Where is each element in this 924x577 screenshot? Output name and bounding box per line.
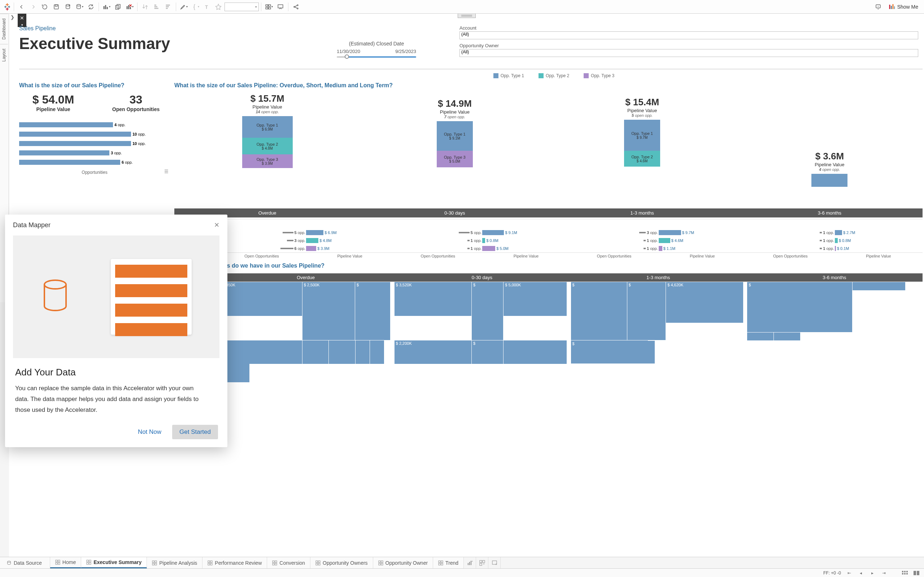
- undo-button[interactable]: [16, 2, 27, 12]
- date-slider[interactable]: [337, 56, 416, 58]
- term-column[interactable]: $ 15.4M Pipeline Value 5 open opp. Opp. …: [549, 93, 735, 208]
- svg-text:+: +: [495, 562, 497, 566]
- new-dashboard-button[interactable]: +: [476, 557, 488, 568]
- cards-button[interactable]: ▾: [263, 2, 274, 12]
- treemap-col-header: 0-30 days: [394, 273, 570, 282]
- close-corner-button[interactable]: ✕▾: [18, 14, 26, 23]
- sheet-tab[interactable]: Home: [50, 557, 81, 568]
- svg-rect-55: [87, 560, 89, 562]
- presentation-button[interactable]: [275, 2, 286, 12]
- clear-button[interactable]: ▾: [124, 2, 135, 12]
- sheet-tab[interactable]: Opportunity Owner: [373, 557, 433, 568]
- data-guide-button[interactable]: [873, 2, 884, 12]
- sheet-tab[interactable]: Performance Review: [202, 557, 267, 568]
- filmstrip-icon[interactable]: [901, 570, 908, 576]
- legend-item[interactable]: Opp. Type 1: [493, 73, 524, 78]
- legend-item[interactable]: Opp. Type 2: [538, 73, 569, 78]
- share-button[interactable]: [291, 2, 301, 12]
- dialog-close-button[interactable]: ✕: [214, 221, 220, 229]
- breakdown-row[interactable]: Opp. Type 1 5 opp. $ 6.9M 5 opp. $ 9.1M …: [174, 229, 922, 237]
- treemap-cell[interactable]: [747, 340, 922, 383]
- svg-rect-82: [441, 563, 443, 565]
- swap-button[interactable]: [140, 2, 150, 12]
- term-column[interactable]: $ 15.7M Pipeline Value 14 open opp. Opp.…: [174, 93, 360, 208]
- resize-handle[interactable]: [458, 14, 476, 18]
- svg-rect-31: [266, 5, 268, 6]
- last-page-icon[interactable]: ⇥: [881, 570, 887, 576]
- treemap-cell[interactable]: $ 3,520K$$ 5,000K$ 2,200K$: [394, 282, 570, 340]
- tableau-logo-icon[interactable]: [3, 3, 11, 11]
- term-column[interactable]: $ 3.6M Pipeline Value 4 open opp.: [737, 93, 922, 208]
- next-page-icon[interactable]: ▸: [869, 570, 876, 576]
- new-story-button[interactable]: +: [488, 557, 501, 568]
- svg-rect-57: [87, 562, 89, 564]
- breakdown-table[interactable]: Opportunity TypeAZ Opp. Type 1 5 opp. $ …: [174, 219, 922, 258]
- group-button[interactable]: ▾: [190, 2, 201, 12]
- first-page-icon[interactable]: ⇤: [846, 570, 853, 576]
- sheet-tab[interactable]: Conversion: [267, 557, 310, 568]
- treemap-cell[interactable]: [218, 340, 393, 383]
- svg-rect-64: [210, 561, 212, 562]
- opp-axis-label: Opportunities: [19, 170, 170, 175]
- sheet-sorter-icon[interactable]: [913, 570, 920, 576]
- treemap[interactable]: $ 2,850K$ 2,500K$$ 2,550K$ 3,520K$$ 5,00…: [218, 282, 922, 383]
- breakdown-row[interactable]: Opp. Type 3 6 opp. $ 3.9M 1 opp. $ 5.0M …: [174, 245, 922, 253]
- treemap-col-header: 3-6 months: [746, 273, 922, 282]
- new-data-source-button[interactable]: [63, 2, 73, 12]
- get-started-button[interactable]: Get Started: [172, 425, 218, 439]
- prev-page-icon[interactable]: ◂: [858, 570, 864, 576]
- svg-rect-62: [155, 563, 157, 565]
- opp-bar-chart[interactable]: 4 opp. 10 opp. 10 opp. 3 opp. 6 opp. Opp…: [19, 118, 170, 175]
- expand-sidepanel-icon[interactable]: ❯: [10, 15, 16, 19]
- pause-auto-button[interactable]: ▾: [74, 2, 85, 12]
- term-stacked-bars[interactable]: $ 15.7M Pipeline Value 14 open opp. Opp.…: [174, 93, 922, 208]
- highlight-button[interactable]: ▾: [178, 2, 189, 12]
- svg-line-39: [295, 5, 297, 6]
- main-toolbar: ▾ ▾ ▾ ▾ ▾ T ▾ ▾ Show Me: [0, 0, 924, 14]
- treemap-cell[interactable]: $ 2,850K$ 2,500K$$ 2,550K: [218, 282, 393, 340]
- treemap-cell[interactable]: $: [571, 340, 746, 383]
- revert-button[interactable]: [39, 2, 50, 12]
- pin-button[interactable]: [213, 2, 224, 12]
- svg-rect-20: [129, 5, 129, 9]
- show-me-button[interactable]: Show Me: [886, 3, 921, 10]
- layout-tab[interactable]: Layout: [0, 44, 8, 66]
- not-now-button[interactable]: Not Now: [134, 425, 166, 439]
- owner-filter-select[interactable]: (All): [459, 49, 918, 57]
- data-source-tab[interactable]: Data Source: [0, 557, 50, 568]
- dashboard-tab[interactable]: Dashboard: [0, 14, 8, 44]
- term-column[interactable]: $ 14.9M Pipeline Value 7 open opp. Opp. …: [362, 93, 548, 208]
- new-worksheet-button[interactable]: ▾: [101, 2, 112, 12]
- sheet-tab[interactable]: Executive Summary: [81, 557, 147, 568]
- treemap-cell[interactable]: $$$ 4,620K: [571, 282, 746, 340]
- sheet-tab[interactable]: Trend: [433, 557, 464, 568]
- account-filter-select[interactable]: (All): [459, 31, 918, 39]
- treemap-cell[interactable]: $: [747, 282, 922, 340]
- svg-rect-56: [89, 560, 91, 562]
- svg-rect-34: [268, 7, 271, 9]
- new-worksheet-button[interactable]: +: [464, 557, 476, 568]
- svg-rect-84: [469, 562, 470, 565]
- svg-rect-63: [208, 561, 210, 562]
- dialog-illustration: [13, 235, 220, 358]
- duplicate-button[interactable]: [113, 2, 123, 12]
- labels-button[interactable]: T: [201, 2, 212, 12]
- legend-item[interactable]: Opp. Type 3: [584, 73, 614, 78]
- account-filter-label: Account: [459, 25, 918, 31]
- breadcrumb[interactable]: Sales Pipeline: [19, 25, 300, 32]
- date-range-filter[interactable]: (Estimated) Closed Date 11/30/2020 9/25/…: [300, 23, 452, 69]
- treemap-cell[interactable]: [394, 340, 570, 383]
- sheet-tab[interactable]: Pipeline Analysis: [147, 557, 202, 568]
- sort-asc-button[interactable]: [151, 2, 162, 12]
- svg-rect-61: [152, 563, 154, 565]
- save-button[interactable]: [51, 2, 62, 12]
- sheet-tab[interactable]: Opportunity Owners: [310, 557, 373, 568]
- date-start: 11/30/2020: [337, 49, 360, 54]
- sort-desc-button[interactable]: [163, 2, 174, 12]
- refresh-button[interactable]: [86, 2, 96, 12]
- breakdown-row[interactable]: Opp. Type 2 3 opp. $ 4.8M 1 opp. $ 0.8M …: [174, 237, 922, 245]
- hamburger-icon[interactable]: ☰: [163, 168, 170, 175]
- fit-combo[interactable]: ▾: [225, 3, 259, 11]
- redo-button[interactable]: [28, 2, 39, 12]
- slider-handle[interactable]: [345, 55, 349, 59]
